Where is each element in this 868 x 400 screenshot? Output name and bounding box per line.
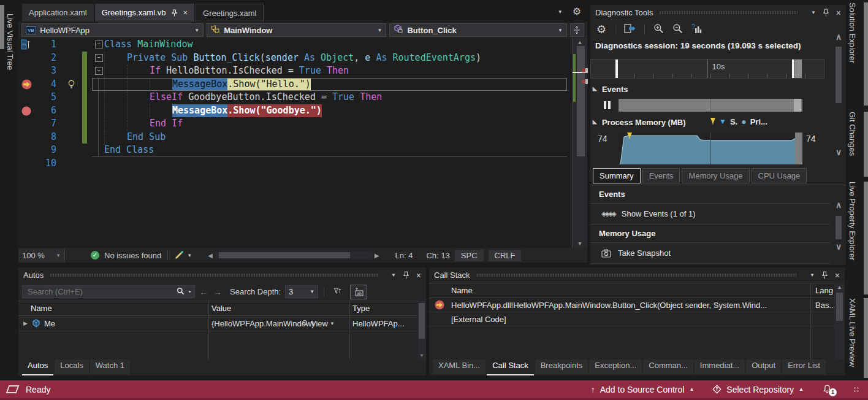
tab-live-property-explorer[interactable]: Live Property Explorer bbox=[848, 182, 857, 261]
collapse-box-icon[interactable]: − bbox=[95, 40, 103, 48]
close-icon[interactable]: × bbox=[183, 8, 188, 17]
diagnostics-tab-summary[interactable]: Summary bbox=[593, 168, 641, 183]
code-text[interactable]: Class MainWindow bbox=[104, 38, 587, 52]
gutter-cell[interactable] bbox=[18, 131, 37, 144]
column-header-type[interactable]: Type bbox=[352, 301, 370, 315]
drag-grip[interactable] bbox=[476, 274, 796, 277]
expand-arrow-icon[interactable]: ▶ bbox=[23, 320, 28, 326]
fold-margin[interactable] bbox=[94, 157, 104, 171]
search-options-icon[interactable]: ▼ bbox=[185, 290, 194, 294]
code-text[interactable]: If HelloButton.IsChecked = True Then bbox=[104, 64, 587, 78]
search-box[interactable]: ▼ bbox=[22, 285, 195, 298]
fold-margin[interactable] bbox=[94, 78, 104, 91]
fold-margin[interactable]: − bbox=[94, 38, 104, 52]
tab-breakpoints[interactable]: Breakpoints bbox=[535, 360, 588, 374]
search-input[interactable] bbox=[26, 287, 177, 297]
resize-grip[interactable] bbox=[853, 387, 859, 393]
code-line-10[interactable]: 10 bbox=[18, 157, 587, 171]
code-text[interactable]: MessageBox.Show("Hello.") bbox=[104, 78, 587, 91]
window-position-icon[interactable]: ▼ bbox=[391, 272, 396, 278]
timeline-ruler[interactable]: 10s bbox=[590, 59, 824, 79]
tab-git-changes[interactable]: Git Changes bbox=[848, 112, 857, 156]
document-tab-greetings-xaml-vb[interactable]: Greetings.xaml.vb× bbox=[95, 4, 194, 21]
column-header-value[interactable]: Value bbox=[211, 301, 231, 315]
code-editor[interactable]: 1−Class MainWindow2−Private Sub Button_C… bbox=[18, 38, 587, 248]
gutter-cell[interactable] bbox=[18, 38, 37, 52]
tab-locals[interactable]: Locals bbox=[55, 360, 89, 374]
fold-margin[interactable] bbox=[94, 131, 104, 144]
scroll-down-icon[interactable]: ∨ bbox=[832, 242, 845, 252]
health-indicator[interactable]: ✓ No issues found bbox=[91, 251, 161, 260]
events-section-header[interactable]: ◢ Events bbox=[590, 82, 821, 96]
tab-live-visual-tree[interactable]: Live Visual Tree bbox=[6, 13, 15, 70]
column-header-name[interactable]: Name bbox=[451, 283, 473, 298]
scroll-down-icon[interactable]: ▼ bbox=[417, 353, 426, 358]
fold-margin[interactable]: − bbox=[94, 52, 104, 65]
code-text[interactable] bbox=[104, 157, 587, 171]
settings-gear-icon[interactable]: ⚙ bbox=[596, 25, 606, 34]
select-repository-button[interactable]: Select Repository ▲ bbox=[712, 385, 804, 394]
code-text[interactable]: End Class bbox=[104, 144, 587, 157]
project-dropdown[interactable]: VB HelloWPFApp ▼ bbox=[21, 23, 204, 37]
code-line-4[interactable]: 4MessageBox.Show("Hello.") bbox=[18, 78, 587, 91]
code-line-1[interactable]: 1−Class MainWindow bbox=[18, 38, 587, 52]
view-dropdown[interactable]: View▼ bbox=[302, 319, 335, 328]
tab-call-stack[interactable]: Call Stack bbox=[487, 360, 534, 375]
code-line-9[interactable]: 9End Class bbox=[18, 144, 587, 157]
column-header-name[interactable]: Name bbox=[31, 301, 52, 315]
scrollbar-thumb[interactable] bbox=[419, 303, 425, 339]
collapse-box-icon[interactable]: − bbox=[95, 54, 103, 62]
pin-icon[interactable] bbox=[823, 9, 829, 17]
reset-view-chart-icon[interactable]: ? bbox=[691, 24, 702, 36]
scrollbar-thumb[interactable] bbox=[219, 252, 350, 258]
scroll-left-icon[interactable]: ◀ bbox=[208, 252, 213, 259]
notifications-button[interactable]: 1 bbox=[822, 384, 832, 394]
forward-icon[interactable]: → bbox=[213, 287, 222, 297]
window-position-icon[interactable]: ▼ bbox=[810, 272, 815, 278]
diagnostics-tab-events[interactable]: Events bbox=[642, 168, 680, 183]
callstack-row[interactable]: HelloWPFApp.dll!HelloWPFApp.MainWindow.B… bbox=[429, 298, 845, 312]
tab-autos[interactable]: Autos bbox=[22, 360, 53, 375]
document-tab-application-xaml[interactable]: Application.xaml bbox=[22, 4, 94, 21]
zoom-out-icon[interactable] bbox=[672, 23, 683, 36]
callstack-row[interactable]: [External Code] bbox=[429, 312, 845, 326]
background-tasks-icon[interactable] bbox=[6, 385, 20, 393]
tab-xaml-bin-[interactable]: XAML Bin... bbox=[433, 360, 485, 374]
scrollbar-thumb[interactable] bbox=[577, 46, 585, 156]
scrollbar-thumb[interactable] bbox=[836, 216, 842, 239]
scroll-down-icon[interactable]: ∨ bbox=[832, 147, 845, 157]
breakpoint-icon[interactable] bbox=[21, 106, 31, 118]
tab-exception-[interactable]: Exception... bbox=[589, 360, 642, 374]
code-line-2[interactable]: 2−Private Sub Button_Click(sender As Obj… bbox=[18, 52, 587, 65]
gutter-cell[interactable] bbox=[18, 91, 37, 104]
fold-margin[interactable] bbox=[94, 104, 104, 118]
pin-icon[interactable] bbox=[172, 9, 177, 17]
fold-margin[interactable] bbox=[94, 144, 104, 157]
gutter-cell[interactable] bbox=[18, 104, 37, 118]
gutter-cell[interactable] bbox=[18, 117, 37, 131]
scroll-up-icon[interactable]: ▲ bbox=[834, 284, 845, 290]
autos-scrollbar[interactable]: ▼ bbox=[417, 301, 426, 360]
code-line-7[interactable]: 7End If bbox=[18, 117, 587, 131]
format-specifier-icon[interactable]: ab bbox=[350, 285, 367, 299]
scroll-down-icon[interactable]: ▼ bbox=[573, 240, 587, 247]
gutter-cell[interactable] bbox=[18, 144, 37, 157]
search-depth-dropdown[interactable]: 3 ▼ bbox=[285, 285, 318, 298]
tab-xaml-live-preview[interactable]: XAML Live Preview bbox=[848, 298, 857, 367]
code-text[interactable]: End If bbox=[104, 117, 587, 131]
pin-to-source-icon[interactable] bbox=[330, 285, 346, 299]
close-icon[interactable]: × bbox=[836, 8, 841, 18]
memory-chart[interactable] bbox=[619, 133, 802, 164]
memory-section-header[interactable]: ◢ Process Memory (MB) bbox=[590, 115, 821, 129]
scroll-up-icon[interactable]: ∧ bbox=[832, 32, 845, 42]
show-events-link[interactable]: ◈◈◈◈ Show Events (1 of 1) bbox=[590, 204, 830, 225]
tabbar-gear-icon[interactable]: ⚙ bbox=[573, 7, 581, 16]
search-icon[interactable] bbox=[177, 287, 185, 297]
column-header-lang[interactable]: Lang bbox=[815, 283, 833, 298]
split-window-button[interactable] bbox=[570, 23, 584, 37]
drag-grip[interactable] bbox=[659, 11, 797, 14]
type-dropdown[interactable]: MainWindow ▼ bbox=[207, 23, 386, 37]
eol-indicator[interactable]: CRLF bbox=[489, 250, 522, 261]
lightbulb-icon[interactable] bbox=[67, 80, 75, 91]
pin-icon[interactable] bbox=[822, 271, 828, 279]
